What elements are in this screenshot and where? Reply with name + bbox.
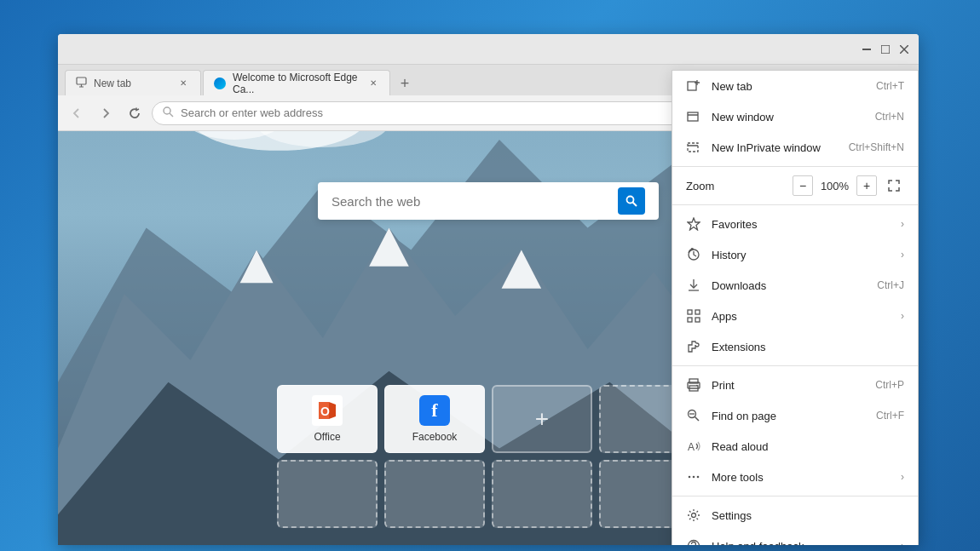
menu-label-downloads: Downloads bbox=[712, 279, 867, 292]
menu-label-read-aloud: Read aloud bbox=[712, 440, 904, 453]
svg-text:A: A bbox=[688, 441, 695, 453]
dial-row-1: O Office f Facebook + bbox=[277, 385, 700, 453]
history-icon bbox=[686, 247, 701, 262]
svg-point-41 bbox=[693, 476, 695, 479]
menu-divider-4 bbox=[672, 496, 918, 496]
tab-label: New tab bbox=[94, 77, 131, 89]
menu-item-downloads[interactable]: Downloads Ctrl+J bbox=[672, 270, 918, 301]
menu-item-inprivate[interactable]: New InPrivate window Ctrl+Shift+N bbox=[672, 132, 918, 163]
svg-rect-29 bbox=[695, 310, 700, 314]
menu-shortcut-downloads: Ctrl+J bbox=[877, 279, 904, 291]
menu-item-favorites[interactable]: Favorites › bbox=[672, 209, 918, 239]
new-tab-button[interactable]: + bbox=[392, 72, 418, 95]
menu-divider-1 bbox=[672, 166, 918, 167]
menu-shortcut-new-window: Ctrl+N bbox=[875, 111, 904, 123]
menu-item-new-window[interactable]: New window Ctrl+N bbox=[672, 101, 918, 132]
menu-item-read-aloud[interactable]: A Read aloud bbox=[672, 431, 918, 462]
svg-line-37 bbox=[695, 417, 700, 422]
menu-item-print[interactable]: Print Ctrl+P bbox=[672, 370, 918, 400]
dial-tile-office[interactable]: O Office bbox=[277, 385, 378, 453]
menu-item-apps[interactable]: Apps › bbox=[672, 301, 918, 331]
menu-item-settings[interactable]: Settings bbox=[672, 500, 918, 531]
menu-item-find[interactable]: Find on page Ctrl+F bbox=[672, 400, 918, 431]
help-icon bbox=[686, 538, 701, 545]
svg-point-7 bbox=[164, 107, 170, 114]
search-input[interactable] bbox=[331, 194, 609, 209]
monitor-icon bbox=[76, 77, 87, 90]
svg-line-53 bbox=[633, 203, 637, 207]
minimize-button[interactable] bbox=[859, 42, 874, 57]
svg-rect-22 bbox=[688, 143, 698, 152]
dial-tile-empty-3[interactable] bbox=[384, 460, 485, 528]
svg-point-52 bbox=[627, 197, 634, 204]
menu-item-help[interactable]: Help and feedback › bbox=[672, 531, 918, 545]
close-button[interactable] bbox=[896, 42, 912, 57]
dial-tile-empty-2[interactable] bbox=[277, 460, 378, 528]
menu-item-new-tab[interactable]: New tab Ctrl+T bbox=[672, 71, 918, 101]
zoom-plus-button[interactable]: + bbox=[856, 175, 877, 196]
forward-button[interactable] bbox=[94, 101, 118, 125]
moretools-icon bbox=[686, 469, 701, 485]
search-button[interactable] bbox=[618, 187, 645, 215]
menu-divider-3 bbox=[672, 365, 918, 366]
dial-tile-empty-4[interactable] bbox=[492, 460, 592, 528]
menu-label-extensions: Extensions bbox=[712, 341, 904, 353]
window-controls bbox=[859, 42, 912, 57]
download-icon bbox=[686, 278, 701, 293]
menu-item-more-tools[interactable]: More tools › bbox=[672, 462, 918, 492]
facebook-icon: f bbox=[419, 395, 450, 426]
menu-label-print: Print bbox=[712, 379, 865, 392]
tab-edge[interactable]: Welcome to Microsoft Edge Ca... ✕ bbox=[203, 70, 390, 95]
settings-icon bbox=[686, 508, 701, 523]
office-icon: O bbox=[312, 395, 343, 426]
tab-close-button[interactable]: ✕ bbox=[367, 77, 379, 90]
newwindow-icon bbox=[686, 109, 701, 124]
office-tile-label: Office bbox=[314, 431, 340, 443]
dial-tile-add[interactable]: + bbox=[492, 385, 592, 453]
back-button[interactable] bbox=[65, 101, 89, 125]
svg-line-8 bbox=[170, 113, 173, 117]
edge-icon bbox=[214, 77, 226, 89]
apps-icon bbox=[686, 308, 701, 324]
add-icon: + bbox=[535, 405, 549, 433]
dial-tile-facebook[interactable]: f Facebook bbox=[384, 385, 485, 453]
menu-item-history[interactable]: History › bbox=[672, 239, 918, 270]
newtab-icon bbox=[686, 78, 701, 94]
tab-new-tab[interactable]: New tab ✕ bbox=[65, 70, 201, 95]
svg-rect-0 bbox=[862, 49, 871, 50]
svg-text:O: O bbox=[320, 405, 330, 418]
tab-close-button[interactable]: ✕ bbox=[176, 77, 190, 90]
history-arrow-icon: › bbox=[901, 249, 904, 261]
refresh-button[interactable] bbox=[123, 101, 147, 125]
zoom-value: 100% bbox=[820, 180, 850, 192]
menu-item-extensions[interactable]: Extensions bbox=[672, 331, 918, 362]
menu-label-new-tab: New tab bbox=[712, 80, 866, 93]
menu-label-new-window: New window bbox=[712, 111, 865, 123]
apps-arrow-icon: › bbox=[901, 310, 904, 322]
menu-label-inprivate: New InPrivate window bbox=[712, 141, 839, 154]
menu-label-find: Find on page bbox=[712, 410, 866, 422]
svg-point-40 bbox=[689, 476, 691, 479]
context-menu: New tab Ctrl+T New window Ctrl+N New InP… bbox=[672, 70, 919, 545]
svg-rect-30 bbox=[688, 318, 692, 322]
zoom-minus-button[interactable]: − bbox=[793, 175, 813, 196]
menu-label-history: History bbox=[712, 249, 891, 261]
menu-divider-2 bbox=[672, 204, 918, 205]
address-bar: New tab Ctrl+T New window Ctrl+N New InP… bbox=[58, 95, 919, 131]
svg-point-44 bbox=[689, 541, 700, 546]
svg-rect-31 bbox=[695, 318, 700, 322]
find-icon bbox=[686, 408, 701, 423]
star-icon bbox=[686, 216, 701, 232]
svg-rect-4 bbox=[77, 77, 86, 84]
maximize-button[interactable] bbox=[878, 42, 893, 57]
search-bar-container[interactable] bbox=[318, 182, 659, 220]
menu-item-zoom: Zoom − 100% + bbox=[672, 170, 918, 201]
readaloud-icon: A bbox=[686, 439, 701, 454]
inprivate-icon bbox=[686, 140, 701, 155]
title-bar bbox=[58, 34, 919, 65]
help-arrow-icon: › bbox=[901, 540, 904, 545]
extensions-icon bbox=[686, 339, 701, 354]
svg-marker-24 bbox=[688, 218, 700, 230]
zoom-expand-button[interactable] bbox=[884, 175, 904, 196]
svg-point-43 bbox=[692, 514, 696, 518]
